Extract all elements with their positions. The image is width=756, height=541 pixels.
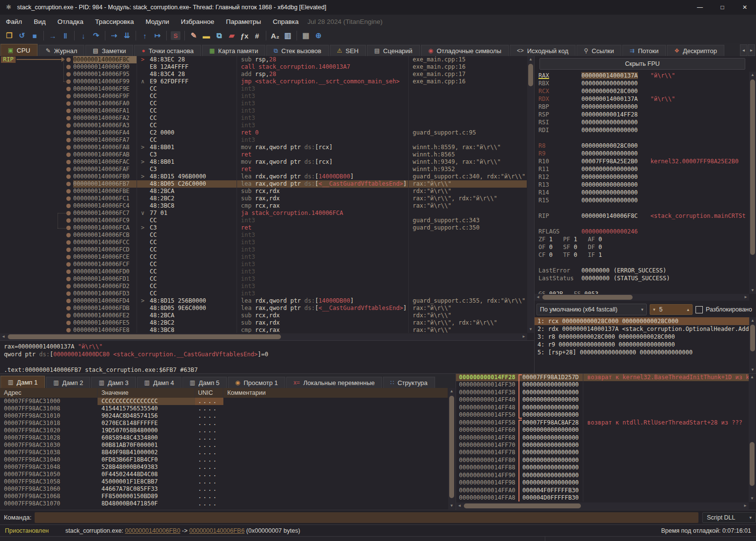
dump-ascii[interactable]: .... (195, 442, 223, 449)
stack-address[interactable]: 000000000014FF90 (456, 472, 517, 479)
disasm-instruction[interactable]: mov rax,qword ptr ds:[rcx] (237, 144, 408, 151)
flag-value[interactable]: 0 (549, 251, 553, 258)
disasm-instruction[interactable]: sub rsp,28 (237, 56, 408, 63)
disasm-row[interactable]: 0000000140006FA7CCint3 (0, 136, 527, 144)
stack-value[interactable]: 000004D0FFFFFB30 (517, 494, 583, 502)
stack-row[interactable]: 000000000014FF680000000000000000 (456, 434, 749, 442)
stack-comment[interactable]: возврат к kernel32.BaseThreadInitThunk+1… (583, 374, 749, 381)
register-row[interactable]: RSI0000000000000000 (538, 118, 745, 126)
disasm-address[interactable]: 0000000140006FA2 (73, 115, 137, 122)
stack-address[interactable]: 000000000014FF88 (456, 464, 517, 471)
instruction-dot-icon[interactable] (66, 123, 71, 128)
disasm-instruction[interactable]: call stack_corruption.1400013A7 (237, 63, 408, 71)
disasm-comment[interactable] (408, 122, 527, 129)
stack-row[interactable]: 000000000014FF480000000000000000 (456, 404, 749, 411)
stack-comment[interactable] (583, 411, 749, 419)
disasm-instruction[interactable]: int3 (237, 85, 408, 93)
stack-comment[interactable] (583, 404, 749, 411)
instruction-dot-icon[interactable] (66, 138, 71, 142)
disasm-instruction[interactable]: mov rax,qword ptr ds:[rcx] (237, 158, 408, 166)
dump-tab-просмотр-1[interactable]: ◉Просмотр 1 (228, 377, 285, 388)
disasm-row[interactable]: 0000000140006FD3CCint3 (0, 290, 527, 297)
register-name[interactable]: R14 (538, 189, 581, 196)
register-name[interactable]: RIP (538, 212, 581, 220)
stack-value[interactable]: 000004F0FFFFFB30 (517, 487, 583, 494)
stack-address[interactable]: 000000000014FF38 (456, 389, 517, 396)
disasm-row[interactable]: 0000000140006FA2CCint3 (0, 115, 527, 122)
disasm-row[interactable]: 0000000140006FCDCCint3 (0, 246, 527, 253)
dump-ascii[interactable]: .... (195, 471, 223, 478)
instruction-dot-icon[interactable] (66, 174, 71, 179)
disasm-comment[interactable]: guard_support.c:355, rdx:"й\r\\" (408, 297, 527, 305)
disasm-comment[interactable]: winnt.h:9349, rax:"й\r\\" (408, 158, 527, 166)
disasm-bytes[interactable]: E8 12A4FFFF (137, 63, 237, 71)
dump-address[interactable]: 00007FF98AC31058 (0, 478, 98, 485)
stack-comment[interactable] (583, 442, 749, 449)
dump-tab-дамп-3[interactable]: ▥Дамп 3 (91, 377, 136, 388)
dump-ascii[interactable]: .... (195, 434, 223, 442)
disasm-row[interactable]: 0000000140006FE548:2BC2sub rax,rdxrax:"й… (0, 319, 527, 327)
disasm-row[interactable]: 0000000140006FC148:2BC2sub rax,rdxrax:"й… (0, 195, 527, 202)
instruction-dot-icon[interactable] (66, 160, 71, 164)
register-row[interactable]: R90000000000000000 (538, 150, 745, 157)
stack-address[interactable]: 000000000014FF60 (456, 426, 517, 434)
register-name[interactable]: RDX (538, 95, 581, 103)
menu-справка[interactable]: Справка (267, 18, 304, 25)
disasm-bytes[interactable]: 48:3BC8 (137, 202, 237, 210)
disasm-comment[interactable] (408, 290, 527, 297)
disasm-address[interactable]: 0000000140006FCD (73, 246, 137, 253)
disasm-bytes[interactable]: 48:2BC2 (137, 195, 237, 202)
stack-value[interactable]: 00007FF98AC8AF28 (517, 419, 583, 426)
maximize-button[interactable]: □ (711, 0, 734, 15)
stack-value[interactable]: 0000000000000000 (517, 457, 583, 464)
flag-value[interactable]: 0053 (584, 290, 598, 294)
register-name[interactable]: RFLAGS (538, 228, 581, 235)
scroll-up-icon[interactable]: ▲ (749, 317, 756, 324)
disasm-bytes[interactable]: >48:8D15 496B0000 (137, 173, 237, 180)
registers-horizontal-scrollbar[interactable]: ◄ ► (535, 294, 749, 301)
disasm-instruction[interactable]: int3 (237, 115, 408, 122)
dump-row[interactable]: 00007FF98AC3105845000001F1E8CBB7.... (0, 478, 448, 485)
comment-icon[interactable]: ▬ (200, 30, 213, 41)
arguments-vertical-scrollbar[interactable]: ▲ ▼ (749, 317, 756, 373)
tab-сценарий[interactable]: ▤Сценарий (367, 45, 419, 56)
stack-value[interactable]: 0000000000000000 (517, 426, 583, 434)
register-value[interactable]: 0000000000000000 (581, 166, 638, 173)
register-row[interactable]: R110000000000000000 (538, 165, 745, 173)
disasm-comment[interactable] (408, 261, 527, 268)
disasm-bytes[interactable]: 48:3BC8 (137, 327, 237, 333)
dump-value[interactable]: 0FD83B66F18B4CF0 (98, 456, 195, 464)
register-spacer[interactable] (538, 204, 745, 212)
dump-address[interactable]: 00007FF98AC31000 (0, 398, 98, 405)
disasm-bytes[interactable]: >48:8B01 (137, 158, 237, 166)
dump-row[interactable]: 00007FF98AC310500F445024448D4C08.... (0, 471, 448, 478)
disasm-address[interactable]: 0000000140006FC9 (73, 217, 137, 224)
disasm-comment[interactable]: rdx:"й\r\\" (408, 312, 527, 319)
stack-comment[interactable] (583, 426, 749, 434)
disasm-comment[interactable]: rax:"й\r\\" (408, 327, 527, 333)
disasm-address[interactable]: 0000000140006F90 (73, 63, 137, 71)
dump-address[interactable]: 00007FF98AC31028 (0, 434, 98, 442)
disasm-bytes[interactable]: 48:2BCA (137, 312, 237, 319)
stack-comment[interactable] (583, 479, 749, 486)
disasm-address[interactable]: 0000000140006FE2 (73, 312, 137, 319)
instruction-dot-icon[interactable] (66, 109, 71, 113)
instruction-dot-icon[interactable] (66, 87, 71, 91)
disasm-bytes[interactable]: CC (137, 261, 237, 268)
stack-row[interactable]: 000000000014FFA8000004D0FFFFFB30 (456, 494, 749, 502)
menu-трассировка[interactable]: Трассировка (89, 18, 139, 25)
disassembly-horizontal-scrollbar[interactable]: ◄ ► (0, 333, 527, 340)
stack-value[interactable]: 0000000000000000 (517, 404, 583, 411)
disasm-instruction[interactable]: lea rdx,qword ptr ds:[14000DB00] (237, 297, 408, 305)
disasm-instruction[interactable]: int3 (237, 253, 408, 261)
flag-value[interactable]: 1 (549, 236, 553, 243)
disasm-address[interactable]: 0000000140006FA0 (73, 100, 137, 107)
disasm-address[interactable]: 0000000140006FC4 (73, 202, 137, 210)
menu-модули[interactable]: Модули (139, 18, 175, 25)
instruction-dot-icon[interactable] (66, 116, 71, 120)
disasm-row[interactable]: 0000000140006F9ECCint3 (0, 85, 527, 93)
disasm-row[interactable]: 0000000140006FBE48:2BCAsub rcx,rdxrdx:"й… (0, 188, 527, 195)
register-spacer[interactable] (538, 259, 745, 267)
flags-row[interactable]: CF 0 TF 0 IF 1 (538, 251, 745, 259)
disasm-comment[interactable]: exe_main.cpp:17 (408, 71, 527, 78)
